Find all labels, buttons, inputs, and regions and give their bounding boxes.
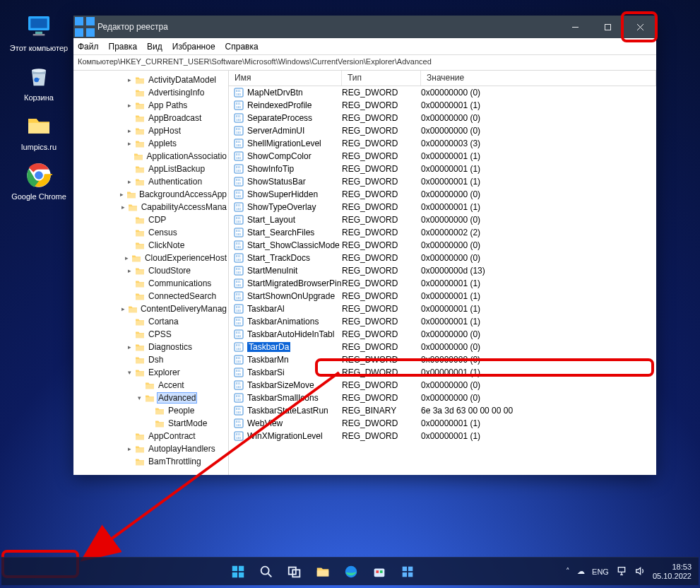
table-row[interactable]: 011110StartMigratedBrowserPinREG_DWORD0x… [229, 277, 656, 290]
tree-twisty[interactable]: ▸ [119, 305, 127, 312]
start-button[interactable] [227, 560, 249, 583]
tree-node[interactable]: ▸Applets [73, 137, 228, 150]
menu-вид[interactable]: Вид [147, 42, 162, 52]
table-row[interactable]: 011110Start_TrackDocsREG_DWORD0x00000000… [229, 252, 656, 264]
search-icon[interactable] [255, 560, 278, 583]
tree-node[interactable]: AdvertisingInfo [73, 86, 228, 99]
tree-node[interactable]: ▸BackgroundAccessApp [73, 188, 228, 201]
menu-файл[interactable]: Файл [78, 42, 99, 52]
table-row[interactable]: 011110StartShownOnUpgradeREG_DWORD0x0000… [229, 290, 656, 302]
desktop-icon-folder[interactable]: lumpics.ru [7, 112, 71, 151]
tree-twisty[interactable]: ▸ [121, 254, 131, 261]
table-row[interactable]: 011110TaskbarMnREG_DWORD0x00000000 (0) [229, 353, 656, 366]
maximize-button[interactable] [591, 16, 624, 38]
tree-node[interactable]: CDP [73, 213, 228, 226]
list-pane[interactable]: Имя Тип Значение 011110MapNetDrvBtnREG_D… [229, 71, 656, 475]
tree-node[interactable]: ▸CapabilityAccessMana [73, 201, 228, 213]
explorer-icon[interactable] [312, 560, 334, 583]
tree-node[interactable]: ▸AutoplayHandlers [73, 442, 228, 455]
table-row[interactable]: 011110ReindexedProfileREG_DWORD0x0000000… [229, 99, 656, 112]
list-body[interactable]: 011110MapNetDrvBtnREG_DWORD0x00000000 (0… [229, 86, 656, 475]
table-row[interactable]: 011110ShellMigrationLevelREG_DWORD0x0000… [229, 137, 656, 150]
tree-node[interactable]: ▸ActivityDataModel [73, 74, 228, 86]
tree-twisty[interactable]: ▸ [124, 102, 134, 109]
table-row[interactable]: 011110ShowCompColorREG_DWORD0x00000001 (… [229, 150, 656, 163]
address-bar[interactable]: Компьютер\HKEY_CURRENT_USER\Software\Mic… [73, 55, 656, 71]
language-indicator[interactable]: ENG [592, 568, 609, 576]
tree-twisty[interactable]: ▸ [124, 445, 134, 452]
tree-twisty[interactable]: ▸ [124, 127, 134, 134]
tree-node[interactable]: Dsh [73, 353, 228, 366]
tree-pane[interactable]: ▸ActivityDataModelAdvertisingInfo▸App Pa… [73, 71, 229, 475]
tree-twisty[interactable]: ▸ [124, 178, 134, 185]
table-row[interactable]: 011110TaskbarStateLastRunREG_BINARY6e 3a… [229, 404, 656, 417]
tree-twisty[interactable]: ▸ [124, 343, 134, 351]
desktop-icon-chrome[interactable]: Google Chrome [7, 161, 71, 201]
clock[interactable]: 18:53 05.10.2022 [653, 563, 692, 581]
tree-twisty[interactable]: ▸ [118, 191, 126, 198]
tree-node[interactable]: ▸Diagnostics [73, 341, 228, 353]
column-headers[interactable]: Имя Тип Значение [229, 71, 656, 86]
tree-node[interactable]: Communications [73, 277, 228, 290]
titlebar[interactable]: Редактор реестра [73, 16, 656, 38]
tree-twisty[interactable]: ▸ [124, 76, 134, 83]
volume-icon[interactable] [634, 565, 646, 578]
tree-twisty[interactable]: ▾ [134, 394, 144, 401]
menu-справка[interactable]: Справка [225, 42, 259, 52]
tree-node[interactable]: ApplicationAssociatio [73, 150, 228, 163]
table-row[interactable]: 011110TaskbarAnimationsREG_DWORD0x000000… [229, 315, 656, 328]
regedit-taskbar-icon[interactable] [396, 560, 419, 583]
tree-twisty[interactable]: ▸ [124, 267, 134, 274]
tree-node[interactable]: ▸CloudStore [73, 264, 228, 277]
tree-node[interactable]: ▸App Paths [73, 99, 228, 112]
col-name[interactable]: Имя [229, 71, 342, 86]
tree-node[interactable]: ▸AppHost [73, 124, 228, 137]
tree-node[interactable]: CPSS [73, 328, 228, 341]
tree-node[interactable]: AppContract [73, 430, 228, 442]
col-value[interactable]: Значение [421, 71, 656, 86]
table-row[interactable]: 011110Start_ShowClassicModeREG_DWORD0x00… [229, 239, 656, 252]
minimize-button[interactable] [559, 16, 591, 38]
tree-node[interactable]: StartMode [73, 417, 228, 430]
table-row[interactable]: 011110StartMenuInitREG_DWORD0x0000000d (… [229, 264, 656, 277]
tree-node[interactable]: AppBroadcast [73, 112, 228, 124]
tree-twisty[interactable]: ▸ [119, 204, 129, 211]
table-row[interactable]: 011110WinXMigrationLevelREG_DWORD0x00000… [229, 430, 656, 442]
menu-правка[interactable]: Правка [109, 42, 138, 52]
taskview-icon[interactable] [283, 560, 306, 583]
network-icon[interactable] [616, 565, 627, 578]
table-row[interactable]: 011110MapNetDrvBtnREG_DWORD0x00000000 (0… [229, 86, 656, 99]
table-row[interactable]: 011110TaskbarAlREG_DWORD0x00000001 (1) [229, 302, 656, 315]
tree-node[interactable]: ▸CloudExperienceHost [73, 252, 228, 264]
tree-node[interactable]: Census [73, 226, 228, 239]
table-row[interactable]: 011110SeparateProcessREG_DWORD0x00000000… [229, 112, 656, 124]
tree-node[interactable]: ▸ContentDeliveryManag [73, 302, 228, 315]
table-row[interactable]: 011110Start_LayoutREG_DWORD0x00000000 (0… [229, 213, 656, 226]
cloud-icon[interactable]: ☁ [577, 567, 585, 576]
table-row[interactable]: 011110TaskbarSizeMoveREG_DWORD0x00000000… [229, 379, 656, 392]
table-row[interactable]: 011110ShowStatusBarREG_DWORD0x00000001 (… [229, 175, 656, 188]
table-row[interactable]: 011110ServerAdminUIREG_DWORD0x00000000 (… [229, 124, 656, 137]
store-icon[interactable] [368, 560, 391, 583]
table-row[interactable]: 011110WebViewREG_DWORD0x00000001 (1) [229, 417, 656, 430]
tree-node[interactable]: BamThrottling [73, 455, 228, 468]
table-row[interactable]: 011110ShowSuperHiddenREG_DWORD0x00000000… [229, 188, 656, 201]
tree-node[interactable]: People [73, 404, 228, 417]
desktop-icon-pc[interactable]: Этот компьютер [7, 13, 71, 52]
tree-node[interactable]: ▸Authentication [73, 175, 228, 188]
table-row[interactable]: 011110TaskbarAutoHideInTablREG_DWORD0x00… [229, 328, 656, 341]
tree-node[interactable]: ClickNote [73, 239, 228, 252]
desktop-icon-bin[interactable]: Корзина [7, 62, 71, 102]
taskbar[interactable]: ˄ ☁ ENG 18:53 05.10.2022 [1, 557, 699, 585]
table-row[interactable]: 011110TaskbarSiREG_DWORD0x00000001 (1) [229, 366, 656, 379]
tree-node[interactable]: ▾Explorer [73, 366, 228, 379]
tree-node[interactable]: ConnectedSearch [73, 290, 228, 302]
chevron-up-icon[interactable]: ˄ [566, 567, 570, 576]
col-type[interactable]: Тип [342, 71, 421, 86]
menu-избранное[interactable]: Избранное [172, 42, 215, 52]
table-row[interactable]: 011110TaskbarSmallIconsREG_DWORD0x000000… [229, 392, 656, 404]
table-row[interactable]: 011110ShowTypeOverlayREG_DWORD0x00000001… [229, 201, 656, 213]
tree-twisty[interactable]: ▾ [124, 369, 134, 376]
tree-twisty[interactable]: ▸ [124, 140, 134, 147]
system-tray[interactable]: ˄ ☁ ENG 18:53 05.10.2022 [566, 563, 699, 581]
